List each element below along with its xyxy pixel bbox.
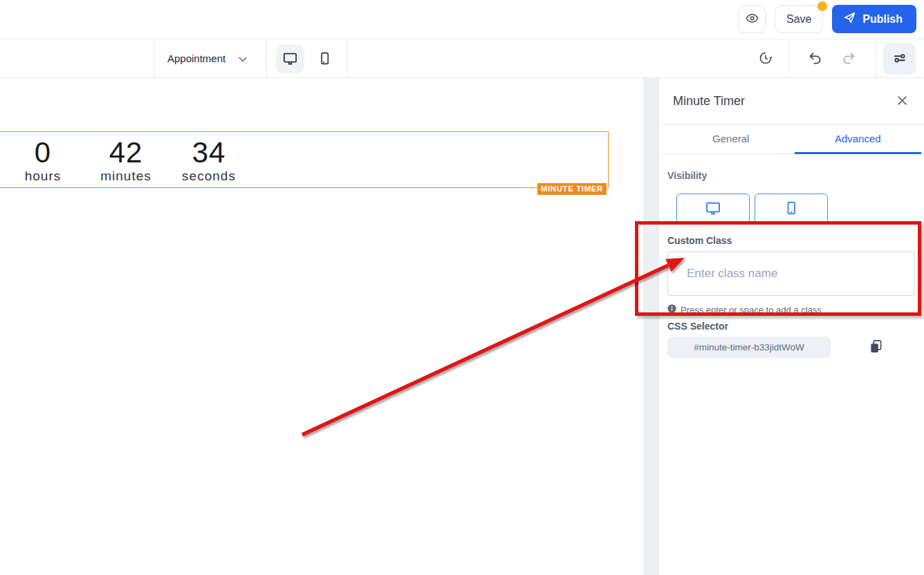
send-icon	[843, 11, 856, 27]
history-clock-icon	[758, 50, 773, 68]
info-icon	[667, 304, 676, 315]
publish-button[interactable]: Publish	[832, 5, 916, 33]
panel-close-button[interactable]	[895, 95, 909, 109]
custom-class-input[interactable]	[667, 252, 915, 296]
timer-hours-label: hours	[5, 169, 81, 184]
visibility-mobile-button[interactable]	[755, 194, 828, 224]
undo-icon	[808, 50, 823, 68]
header-actions: Save Publish	[738, 5, 916, 33]
visibility-label: Visibility	[667, 170, 707, 181]
panel-tabs: General Advanced	[667, 125, 921, 154]
element-settings-button[interactable]	[883, 43, 916, 75]
timer-minutes-value: 42	[88, 138, 164, 168]
save-button-wrap: Save	[775, 6, 823, 33]
copy-selector-button[interactable]	[868, 339, 883, 355]
tab-advanced[interactable]: Advanced	[795, 125, 922, 154]
element-label-badge: MINUTE TIMER	[537, 183, 607, 195]
panel-title: Minute Timer	[673, 94, 745, 109]
toolbar-divider	[154, 39, 154, 77]
timer-unit-hours: 0 hours	[5, 138, 81, 184]
undo-button[interactable]	[801, 45, 829, 73]
desktop-view-button[interactable]	[276, 45, 304, 73]
toolbar-divider	[266, 39, 267, 77]
toolbar-divider	[876, 39, 876, 77]
minute-timer-element[interactable]: 0 hours 42 minutes 34 seconds MINUTE TIM…	[0, 131, 609, 188]
toolbar-divider	[788, 39, 789, 77]
chevron-down-icon	[239, 53, 247, 64]
close-icon	[896, 98, 908, 109]
canvas-gutter	[643, 78, 658, 575]
settings-panel: Minute Timer General Advanced Visibility	[658, 78, 924, 575]
top-header: Save Publish	[0, 0, 924, 39]
css-selector-label: CSS Selector	[667, 321, 728, 332]
monitor-icon	[705, 200, 721, 218]
redo-icon	[841, 50, 856, 68]
timer-seconds-value: 34	[171, 138, 247, 168]
unsaved-changes-dot	[817, 1, 827, 11]
builder-toolbar: Appointment	[0, 39, 924, 78]
toolbar-divider	[347, 39, 348, 77]
phone-icon	[784, 200, 799, 218]
visibility-desktop-button[interactable]	[676, 194, 750, 224]
phone-icon	[317, 51, 332, 68]
page-canvas: 0 hours 42 minutes 34 seconds MINUTE TIM…	[0, 78, 643, 575]
save-button[interactable]: Save	[775, 6, 823, 33]
tab-general[interactable]: General	[667, 125, 795, 154]
sliders-icon	[892, 50, 907, 68]
timer-unit-minutes: 42 minutes	[88, 138, 164, 184]
timer-minutes-label: minutes	[88, 169, 164, 184]
eye-icon	[745, 11, 759, 28]
timer-hours-value: 0	[5, 138, 81, 168]
version-history-button[interactable]	[751, 45, 779, 73]
copy-icon	[869, 345, 883, 355]
mobile-view-button[interactable]	[311, 45, 339, 73]
page-selector-dropdown[interactable]: Appointment	[167, 39, 247, 77]
timer-units: 0 hours 42 minutes 34 seconds	[0, 132, 608, 184]
page-selector-label: Appointment	[167, 53, 225, 64]
redo-button[interactable]	[834, 45, 862, 73]
publish-button-label: Publish	[862, 13, 903, 26]
timer-unit-seconds: 34 seconds	[171, 138, 247, 184]
css-selector-value: #minute-timer-b33jidtWoW	[667, 337, 831, 358]
monitor-icon	[282, 50, 298, 68]
custom-class-label: Custom Class	[667, 235, 732, 246]
custom-class-hint-text: Press enter or space to add a class	[681, 305, 822, 315]
preview-button[interactable]	[738, 6, 766, 33]
timer-seconds-label: seconds	[171, 169, 247, 184]
visibility-buttons	[676, 194, 828, 224]
custom-class-hint: Press enter or space to add a class	[667, 304, 822, 315]
